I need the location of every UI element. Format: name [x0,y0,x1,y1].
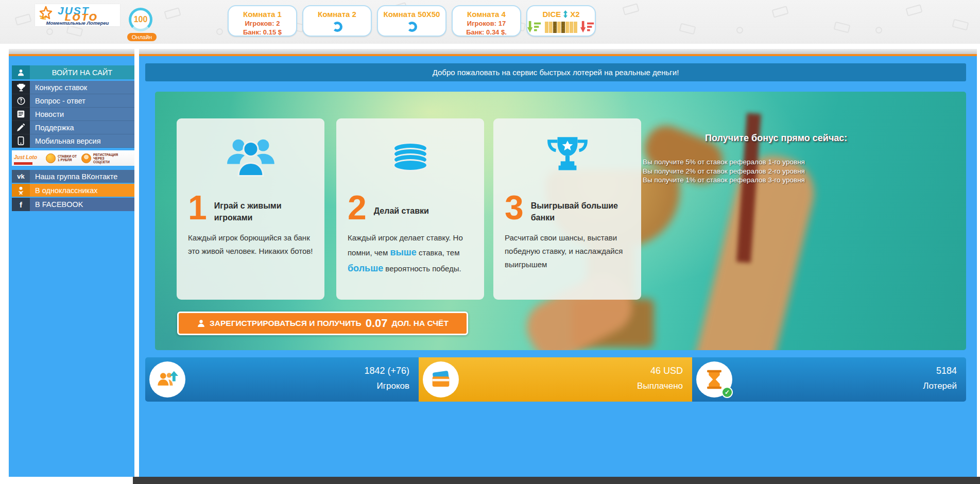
pencil-icon [12,121,30,134]
news-icon [12,108,30,121]
bonus-block: Получите бонус прямо сейчас: Вы получите… [643,133,880,185]
step-title: Выигрывай большие банки [531,192,630,224]
ad-red-strip [14,162,32,165]
banknote-pattern-icon [771,6,788,18]
sidebar-item-odnoklassniki[interactable]: В одноклассниках [12,184,134,197]
sidebar-item-faq[interactable]: Вопрос - ответ [12,94,134,108]
dice-title: DICE [542,10,561,19]
bonus-line: Вы получите 1% от ставок рефералов 3-го … [643,176,880,185]
footer-strip [0,477,980,484]
banknote-pattern-icon [905,4,922,16]
room-title: Комната 50X50 [378,10,445,19]
accent-line [9,54,977,56]
red-down-bars-icon [580,21,595,34]
register-amount: 0.07 [366,317,388,330]
sidebar-ad-banner[interactable]: Just Loto СТАВКИ ОТ 1 РУБЛЯ РЕГИСТРАЦИЯ … [12,150,134,166]
site-header: JUST LOTO Моментальные Лотереи 100 Онлай… [0,0,980,44]
sidebar-login-button[interactable]: ВОЙТИ НА САЙТ [12,65,134,79]
bonus-title: Получите бонус прямо сейчас: [705,133,880,144]
register-button[interactable]: ЗАРЕГИСТРИРОВАТЬСЯ И ПОЛУЧИТЬ 0.07 ДОЛ. … [177,312,468,335]
dice-strip-icon [545,22,577,33]
sidebar-item-facebook[interactable]: f В FACEBOOK [12,198,134,211]
sidebar-item-mobile[interactable]: Мобильная версия [12,134,134,148]
room-players: Игроков: 2 [229,20,296,27]
green-down-bars-icon [527,21,542,34]
highlight-word: больше [348,263,383,273]
ad-promo-2: РЕГИСТРАЦИЯ ЧЕРЕЗ СОЦСЕТИ [93,153,115,164]
tab-room-2[interactable]: Комната 2 [302,5,372,37]
step-desc: Расчитай свои шансы, выстави победную ст… [505,231,630,272]
logo-subtitle: Моментальные Лотереи [35,20,120,26]
odnoklassniki-icon [12,184,30,197]
tab-dice-x2[interactable]: DICE X2 [526,5,596,37]
step-title: Делай ставки [374,192,429,224]
check-icon: ✓ [721,387,733,398]
step-desc: Каждый игрок борющийся за банк это живой… [188,231,313,258]
sidebar-item-label: Наша группа ВКонтакте [30,170,134,183]
step-desc: Каждый игрок делает ставку. Но помни, че… [348,231,473,277]
banknote-pattern-icon [622,3,639,15]
trophy-cup-icon [505,126,630,187]
step-title: Играй с живыми игроками [214,192,313,224]
room-title: Комната 1 [229,10,296,19]
bonus-lines: Вы получите 5% от ставок рефералов 1-го … [643,158,880,185]
banknote-pattern-icon [952,19,969,31]
ad-brand: Just Loto [14,152,44,165]
room-title: Комната 4 [453,10,520,19]
header-divider [0,44,980,49]
sidebar-item-label: Вопрос - ответ [30,94,134,108]
step-number: 3 [505,192,524,224]
banknote-pattern-icon [14,13,31,26]
up-down-arrow-icon [563,10,568,18]
stat-paid: 46 USD Выплачено [419,357,692,402]
coins-stack-icon [348,126,473,187]
star-icon [38,6,54,21]
players-up-icon [157,370,178,389]
question-icon [12,94,30,108]
sidebar-item-vk-group[interactable]: vk Наша группа ВКонтакте [12,170,134,183]
stat-text: 1842 (+76) Игроков [364,366,409,391]
facebook-icon: f [12,198,30,211]
bonus-line: Вы получите 5% от ставок рефералов 1-го … [643,158,880,167]
page-root: JUST LOTO Моментальные Лотереи 100 Онлай… [0,0,980,484]
coin-pattern-icon [45,27,54,36]
online-label: Онлайн [127,33,157,41]
sidebar-item-label: В одноклассниках [30,184,134,197]
stat-label: Выплачено [637,381,683,391]
stat-players: 1842 (+76) Игроков [145,357,419,402]
step-card-3: 3 Выигрывай большие банки Расчитай свои … [493,118,641,300]
trophy-icon [12,81,30,94]
tab-room-1[interactable]: Комната 1 Игроков: 2 Банк: 0.15 $ [228,5,297,37]
sidebar-item-label: Конкурс ставок [30,81,134,94]
step-card-1: 1 Играй с живыми игроками Каждый игрок б… [177,118,324,300]
banknote-pattern-icon [679,23,696,35]
stat-lotteries: ✓ 5184 Лотерей [692,357,966,402]
banknote-pattern-icon [66,25,83,37]
stat-text: 46 USD Выплачено [637,366,683,391]
step-number: 1 [188,192,207,224]
ad-brand-name: Just Loto [14,154,37,160]
column-divider [134,49,139,477]
room-title: Комната 2 [303,10,371,19]
sidebar-item-contest[interactable]: Конкурс ставок [12,81,134,94]
mobile-phone-icon [12,134,30,148]
sidebar-item-news[interactable]: Новости [12,108,134,121]
tab-room-50x50[interactable]: Комната 50X50 [377,5,446,37]
coin-pattern-icon [735,26,744,34]
step-card-2: 2 Делай ставки Каждый игрок делает ставк… [336,118,484,300]
site-logo[interactable]: JUST LOTO Моментальные Лотереи [35,4,120,26]
online-count: 100 [134,15,148,24]
sidebar-item-label: Новости [30,108,134,121]
stat-circle [423,361,459,397]
tab-room-4[interactable]: Комната 4 Игроков: 17 Банк: 0.34 $. [452,5,521,37]
room-bank: Банк: 0.34 $. [453,28,520,36]
loading-spinner-icon [332,22,342,32]
step-number: 2 [348,192,367,224]
person-icon [12,65,30,79]
stat-label: Игроков [364,381,409,391]
sidebar-item-support[interactable]: Поддержка [12,121,134,134]
stat-value: 5184 [923,366,957,376]
room-bank: Банк: 0.15 $ [229,28,296,36]
person-icon [197,319,205,328]
man-avatar-icon [81,153,91,163]
